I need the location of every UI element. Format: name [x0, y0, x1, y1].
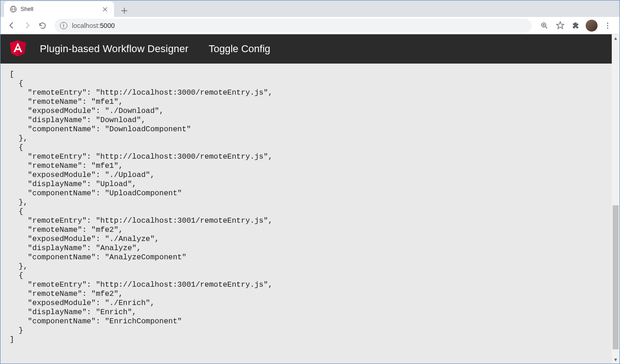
- vertical-scrollbar[interactable]: ▲ ▼: [612, 34, 620, 364]
- angular-logo-icon: [9, 38, 27, 60]
- extensions-icon[interactable]: [570, 20, 581, 31]
- scroll-track[interactable]: [612, 42, 620, 356]
- viewport: Plugin-based Workflow Designer Toggle Co…: [0, 34, 620, 364]
- config-output: [ { "remoteEntry": "http://localhost:300…: [0, 64, 612, 351]
- tab-strip: Shell: [0, 0, 620, 17]
- svg-marker-19: [18, 40, 26, 56]
- globe-icon: [10, 5, 17, 13]
- app-title: Plugin-based Workflow Designer: [40, 43, 189, 55]
- page-content: Plugin-based Workflow Designer Toggle Co…: [0, 34, 612, 364]
- browser-tab[interactable]: Shell: [4, 1, 114, 17]
- svg-line-12: [545, 27, 547, 28]
- zoom-icon[interactable]: [539, 20, 550, 31]
- site-info-icon[interactable]: i: [60, 22, 67, 29]
- scroll-down-arrow[interactable]: ▼: [612, 356, 620, 364]
- toolbar-right: [536, 20, 616, 32]
- svg-point-16: [607, 25, 609, 26]
- config-json: [ { "remoteEntry": "http://localhost:300…: [10, 70, 603, 344]
- close-tab-button[interactable]: [101, 5, 109, 13]
- menu-button[interactable]: [602, 20, 613, 31]
- browser-toolbar: i localhost:5000: [0, 17, 620, 34]
- scroll-thumb[interactable]: [613, 205, 619, 350]
- svg-point-17: [607, 27, 609, 28]
- svg-point-15: [607, 22, 609, 24]
- url-text: localhost:5000: [72, 22, 115, 29]
- profile-avatar[interactable]: [586, 20, 598, 32]
- tab-title: Shell: [21, 6, 101, 12]
- back-button[interactable]: [4, 18, 19, 33]
- forward-button[interactable]: [20, 18, 34, 33]
- new-tab-button[interactable]: [118, 4, 131, 17]
- toggle-config-link[interactable]: Toggle Config: [209, 43, 271, 55]
- address-bar[interactable]: i localhost:5000: [54, 19, 532, 32]
- browser-window: Shell i localhost:5000: [0, 0, 620, 364]
- reload-button[interactable]: [35, 18, 50, 33]
- app-header: Plugin-based Workflow Designer Toggle Co…: [0, 34, 612, 64]
- scroll-up-arrow[interactable]: ▲: [612, 34, 620, 42]
- bookmark-star-icon[interactable]: [555, 20, 566, 31]
